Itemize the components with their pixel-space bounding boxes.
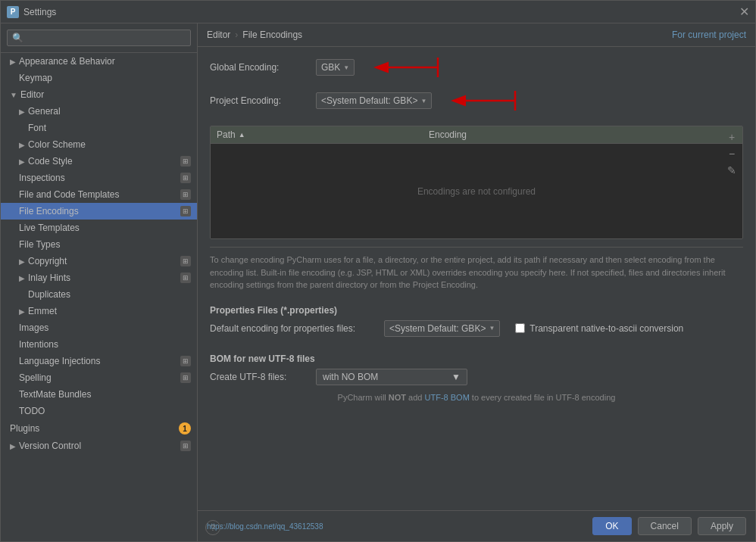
table-header: Path ▲ Encoding bbox=[211, 126, 742, 144]
bom-note: PyCharm will NOT add UTF-8 BOM to every … bbox=[210, 393, 743, 402]
sidebar-item-general[interactable]: ▶ General bbox=[1, 103, 197, 120]
sidebar-item-label: Images bbox=[19, 322, 48, 333]
help-button[interactable]: ? bbox=[205, 520, 220, 535]
path-encoding-table: Path ▲ Encoding Encodings are not config… bbox=[210, 126, 743, 239]
sidebar-item-label: Duplicates bbox=[28, 289, 70, 300]
sidebar-item-color-scheme[interactable]: ▶ Color Scheme bbox=[1, 136, 197, 153]
sidebar-item-font[interactable]: Font bbox=[1, 120, 197, 136]
cancel-button[interactable]: Cancel bbox=[638, 517, 692, 535]
sidebar-item-label: Code Style bbox=[28, 156, 73, 167]
expand-arrow: ▼ bbox=[10, 91, 17, 99]
sidebar-item-label: Language Injections bbox=[19, 356, 100, 366]
bom-note-not: NOT bbox=[389, 393, 406, 402]
sort-arrow-icon: ▲ bbox=[239, 131, 245, 139]
sidebar-item-label: Inlay Hints bbox=[28, 273, 70, 283]
table-body: Encodings are not configured bbox=[211, 144, 742, 238]
settings-window: P Settings ✕ ▶ Appearance & Behavior Key… bbox=[0, 0, 756, 542]
project-encoding-label: Project Encoding: bbox=[210, 95, 308, 106]
edit-button[interactable]: ✎ bbox=[724, 163, 739, 178]
bom-section: BOM for new UTF-8 files Create UTF-8 fil… bbox=[210, 347, 743, 402]
sidebar-item-code-style[interactable]: ▶ Code Style ⊞ bbox=[1, 153, 197, 170]
sidebar-item-inspections[interactable]: Inspections ⊞ bbox=[1, 170, 197, 186]
sidebar-item-file-code-templates[interactable]: File and Code Templates ⊞ bbox=[1, 186, 197, 203]
plugins-badge: 1 bbox=[179, 422, 191, 435]
settings-badge: ⊞ bbox=[180, 273, 191, 283]
sidebar-item-label: File and Code Templates bbox=[19, 189, 120, 200]
transparent-label: Transparent native-to-ascii conversion bbox=[530, 323, 683, 334]
sidebar-item-label: Emmet bbox=[28, 306, 57, 316]
expand-arrow: ▶ bbox=[19, 274, 25, 282]
settings-badge: ⊞ bbox=[180, 173, 191, 183]
sidebar-item-label: Inspections bbox=[19, 173, 65, 183]
expand-arrow: ▶ bbox=[19, 257, 25, 266]
properties-section: Properties Files (*.properties) Default … bbox=[210, 299, 743, 340]
path-label: Path bbox=[217, 129, 236, 140]
expand-arrow: ▶ bbox=[19, 141, 25, 149]
expand-arrow: ▶ bbox=[19, 157, 25, 166]
bom-create-label: Create UTF-8 files: bbox=[210, 372, 308, 382]
settings-badge: ⊞ bbox=[180, 372, 191, 383]
bom-note-end: to every created file in UTF-8 encoding bbox=[470, 393, 616, 402]
bom-create-value: with NO BOM bbox=[323, 372, 378, 382]
sidebar-item-version-control[interactable]: ▶ Version Control ⊞ bbox=[1, 438, 197, 454]
sidebar-item-spelling[interactable]: Spelling ⊞ bbox=[1, 369, 197, 386]
global-encoding-row: Global Encoding: GBK ▼ bbox=[210, 56, 743, 79]
settings-content: Global Encoding: GBK ▼ bbox=[198, 47, 755, 510]
sidebar-item-live-templates[interactable]: Live Templates bbox=[1, 220, 197, 236]
window-title: Settings bbox=[23, 7, 739, 17]
sidebar-item-duplicates[interactable]: Duplicates bbox=[1, 286, 197, 303]
settings-badge: ⊞ bbox=[180, 441, 191, 451]
settings-badge: ⊞ bbox=[180, 206, 191, 216]
apply-button[interactable]: Apply bbox=[698, 517, 746, 535]
sidebar-item-label: Font bbox=[28, 123, 46, 133]
sidebar-item-label: Editor bbox=[20, 89, 44, 100]
project-encoding-select[interactable]: <System Default: GBK> ▼ bbox=[316, 92, 432, 109]
bom-note-bom: UTF-8 BOM bbox=[425, 393, 470, 402]
sidebar-item-emmet[interactable]: ▶ Emmet bbox=[1, 303, 197, 319]
sidebar-item-inlay-hints[interactable]: ▶ Inlay Hints ⊞ bbox=[1, 269, 197, 286]
sidebar-item-label: Appearance & Behavior bbox=[19, 56, 115, 67]
sidebar-item-plugins[interactable]: Plugins 1 bbox=[1, 419, 197, 438]
sidebar-item-keymap[interactable]: Keymap bbox=[1, 70, 197, 86]
csdn-link[interactable]: https://blog.csdn.net/qq_43612538 bbox=[207, 522, 323, 531]
sidebar-item-todo[interactable]: TODO bbox=[1, 403, 197, 419]
remove-button[interactable]: − bbox=[724, 146, 739, 161]
info-text: To change encoding PyCharm uses for a fi… bbox=[210, 247, 743, 291]
sidebar-item-language-injections[interactable]: Language Injections ⊞ bbox=[1, 353, 197, 369]
properties-encoding-select[interactable]: <System Default: GBK> ▼ bbox=[384, 320, 500, 337]
sidebar-item-intentions[interactable]: Intentions bbox=[1, 336, 197, 353]
sidebar-item-appearance[interactable]: ▶ Appearance & Behavior bbox=[1, 53, 197, 70]
close-button[interactable]: ✕ bbox=[739, 7, 749, 17]
red-arrow-annotation bbox=[362, 56, 453, 79]
properties-section-title: Properties Files (*.properties) bbox=[210, 305, 743, 316]
properties-encoding-label: Default encoding for properties files: bbox=[210, 323, 376, 334]
global-encoding-select[interactable]: GBK ▼ bbox=[316, 59, 355, 76]
empty-message: Encodings are not configured bbox=[417, 186, 536, 197]
bom-create-row: Create UTF-8 files: with NO BOM ▼ bbox=[210, 369, 743, 385]
add-button[interactable]: + bbox=[724, 129, 739, 145]
breadcrumb-separator: › bbox=[235, 30, 238, 40]
breadcrumb-file-encodings: File Encodings bbox=[242, 30, 302, 40]
sidebar-item-textmate[interactable]: TextMate Bundles bbox=[1, 386, 197, 403]
transparent-checkbox[interactable] bbox=[515, 323, 525, 333]
sidebar-item-label: TODO bbox=[19, 406, 45, 416]
settings-badge: ⊞ bbox=[180, 156, 191, 167]
sidebar-item-editor[interactable]: ▼ Editor bbox=[1, 86, 197, 103]
sidebar-item-copyright[interactable]: ▶ Copyright ⊞ bbox=[1, 253, 197, 269]
project-encoding-value: <System Default: GBK> bbox=[321, 95, 417, 106]
sidebar-item-label: Live Templates bbox=[19, 223, 80, 233]
for-project-link[interactable]: For current project bbox=[672, 30, 746, 40]
sidebar-item-images[interactable]: Images bbox=[1, 319, 197, 336]
bom-create-select[interactable]: with NO BOM ▼ bbox=[316, 369, 467, 385]
encoding-label: Encoding bbox=[429, 129, 467, 140]
global-encoding-label: Global Encoding: bbox=[210, 62, 308, 73]
search-input[interactable] bbox=[7, 30, 191, 46]
bom-section-title: BOM for new UTF-8 files bbox=[210, 354, 743, 364]
sidebar-item-file-types[interactable]: File Types bbox=[1, 236, 197, 253]
sidebar-item-label: Version Control bbox=[19, 441, 81, 451]
sidebar-item-label: General bbox=[28, 106, 61, 117]
sidebar-item-file-encodings[interactable]: File Encodings ⊞ bbox=[1, 203, 197, 220]
title-bar: P Settings ✕ bbox=[1, 1, 755, 23]
ok-button[interactable]: OK bbox=[592, 517, 631, 535]
sidebar-item-label: File Types bbox=[19, 239, 60, 250]
